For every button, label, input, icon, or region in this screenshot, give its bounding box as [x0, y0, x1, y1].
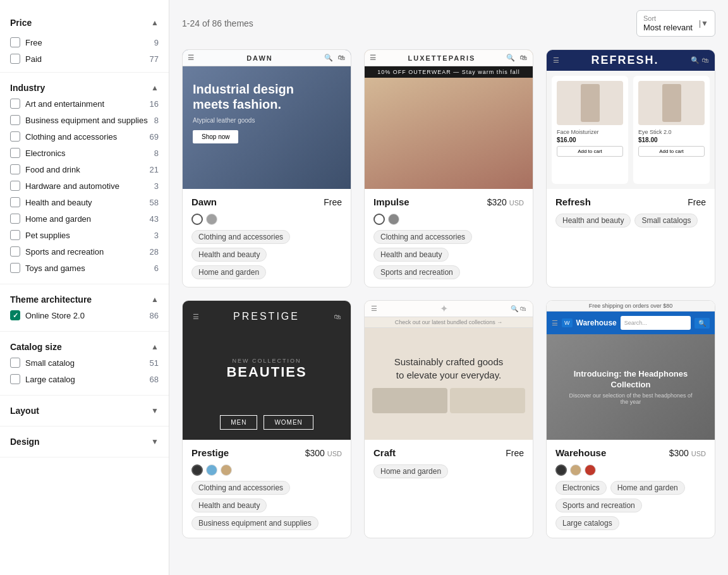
filter-checkbox[interactable] [10, 37, 20, 47]
filter-checkbox[interactable] [10, 197, 20, 207]
color-swatch[interactable] [388, 214, 399, 225]
theme-tag[interactable]: Large catalogs [555, 516, 619, 530]
filter-item[interactable]: Clothing and accessories69 [10, 128, 159, 145]
theme-tag[interactable]: Business equipment and supplies [191, 516, 318, 530]
color-swatch[interactable] [206, 214, 217, 225]
theme-tag[interactable]: Health and beauty [555, 214, 631, 227]
theme-tag[interactable]: Health and beauty [373, 248, 449, 262]
theme-tag[interactable]: Clothing and accessories [191, 481, 290, 495]
color-swatch[interactable] [373, 214, 385, 225]
theme-tags: Clothing and accessoriesHealth and beaut… [373, 230, 524, 279]
theme-card[interactable]: ☰✦🔍 🛍Check out our latest bundled collec… [364, 300, 533, 538]
price-title: Price [10, 18, 32, 28]
theme-tag[interactable]: Health and beauty [191, 499, 267, 512]
filter-checkbox[interactable] [10, 164, 20, 174]
filter-item[interactable]: Pet supplies3 [10, 227, 159, 243]
filter-item[interactable]: Free9 [10, 34, 159, 51]
filter-item[interactable]: Paid77 [10, 51, 159, 67]
theme-card[interactable]: ☰REFRESH.🔍 🛍Face Moisturizer$16.00Add to… [546, 49, 715, 288]
sort-dropdown[interactable]: Sort Most relevant |▼ [636, 10, 715, 37]
design-header[interactable]: Design ▼ [10, 434, 159, 449]
theme-price: $320 USD [487, 197, 524, 207]
color-swatch[interactable] [191, 464, 203, 476]
filter-checkbox[interactable] [10, 246, 20, 257]
filter-count: 3 [154, 181, 159, 191]
filter-item[interactable]: Toys and games6 [10, 260, 159, 276]
theme-tag[interactable]: Home and garden [373, 464, 448, 478]
filter-checkbox[interactable] [10, 115, 20, 125]
price-usd: USD [691, 450, 706, 457]
theme-tag[interactable]: Small catalogs [634, 214, 698, 227]
theme-tag[interactable]: Health and beauty [191, 248, 267, 262]
theme-tag[interactable]: Clothing and accessories [191, 230, 290, 244]
filter-item[interactable]: Electronics8 [10, 145, 159, 161]
color-swatch[interactable] [585, 464, 596, 476]
theme-tag[interactable]: Sports and recreation [555, 499, 642, 512]
color-swatch[interactable] [570, 464, 581, 476]
filter-count: 3 [154, 231, 159, 240]
filter-item[interactable]: Business equipment and supplies8 [10, 112, 159, 128]
theme-info: RefreshFreeHealth and beautySmall catalo… [547, 189, 715, 235]
filter-item[interactable]: Large catalog68 [10, 371, 159, 387]
theme-tag[interactable]: Clothing and accessories [373, 230, 472, 244]
theme-tags: Health and beautySmall catalogs [555, 214, 706, 227]
theme-card[interactable]: ☰PRESTIGE🛍NEW COLLECTIONBEAUTIESMENWOMEN… [182, 300, 351, 538]
filter-checkbox[interactable] [10, 99, 20, 109]
filter-label: Pet supplies [25, 231, 70, 240]
filter-checkbox[interactable] [10, 230, 20, 240]
filter-checkbox[interactable] [10, 263, 20, 273]
sort-value: Most relevant [643, 23, 693, 32]
theme-tag[interactable]: Home and garden [191, 265, 266, 279]
color-swatch[interactable] [555, 464, 567, 476]
filter-count: 6 [154, 263, 159, 273]
theme-card[interactable]: ☰LUXETTEPARIS🔍 🛍10% OFF OUTERWEAR — Stay… [364, 49, 533, 288]
price-section-header[interactable]: Price ▲ [10, 18, 159, 28]
theme-arch-title: Theme architecture [10, 294, 92, 305]
theme-preview: ☰REFRESH.🔍 🛍Face Moisturizer$16.00Add to… [547, 50, 715, 189]
filter-checkbox[interactable] [10, 358, 20, 368]
filter-checkbox[interactable] [10, 310, 20, 320]
filter-label: Large catalog [25, 375, 75, 384]
filter-checkbox[interactable] [10, 374, 20, 384]
filter-count: 16 [150, 99, 159, 109]
sidebar: Price ▲ Free9Paid77 Industry ▲ Art and e… [0, 0, 169, 575]
filter-item[interactable]: Hardware and automotive3 [10, 178, 159, 194]
filter-item[interactable]: Art and entertainment16 [10, 95, 159, 112]
filter-label: Electronics [25, 148, 66, 158]
industry-section: Industry ▲ Art and entertainment16Busine… [0, 73, 169, 284]
filter-checkbox[interactable] [10, 54, 20, 64]
theme-card[interactable]: ☰DAWN🔍 🛍Industrial designmeets fashion.A… [182, 49, 351, 288]
filter-checkbox[interactable] [10, 214, 20, 224]
filter-item[interactable]: Health and beauty58 [10, 194, 159, 210]
filter-count: 69 [150, 132, 159, 142]
theme-arch-header[interactable]: Theme architecture ▲ [10, 292, 159, 307]
layout-header[interactable]: Layout ▼ [10, 403, 159, 418]
filter-item[interactable]: Food and drink21 [10, 161, 159, 178]
theme-tags: Clothing and accessoriesHealth and beaut… [191, 481, 342, 530]
theme-preview: ☰✦🔍 🛍Check out our latest bundled collec… [365, 301, 533, 440]
filter-label: Online Store 2.0 [25, 311, 85, 320]
layout-section: Layout ▼ [0, 396, 169, 427]
filter-item[interactable]: Online Store 2.086 [10, 307, 159, 324]
filter-checkbox[interactable] [10, 181, 20, 191]
theme-card[interactable]: Free shipping on orders over $80☰WWareho… [546, 300, 715, 538]
filter-item[interactable]: Small catalog51 [10, 354, 159, 371]
theme-info: DawnFreeClothing and accessoriesHealth a… [183, 189, 351, 287]
theme-tag[interactable]: Electronics [555, 481, 607, 495]
industry-header[interactable]: Industry ▲ [10, 80, 159, 95]
filter-checkbox[interactable] [10, 148, 20, 158]
theme-tag[interactable]: Sports and recreation [373, 265, 460, 279]
theme-arch-chevron-icon: ▲ [151, 295, 159, 304]
filter-label: Health and beauty [25, 198, 92, 207]
filter-checkbox[interactable] [10, 131, 20, 142]
filter-item[interactable]: Sports and recreation28 [10, 243, 159, 260]
color-swatch[interactable] [191, 214, 203, 225]
catalog-size-header[interactable]: Catalog size ▲ [10, 339, 159, 354]
design-chevron-icon: ▼ [151, 437, 159, 446]
price-usd: USD [509, 199, 524, 207]
filter-item[interactable]: Home and garden43 [10, 210, 159, 227]
color-swatch[interactable] [206, 464, 217, 476]
theme-tag[interactable]: Home and garden [610, 481, 685, 495]
theme-preview: ☰PRESTIGE🛍NEW COLLECTIONBEAUTIESMENWOMEN [183, 301, 351, 440]
color-swatch[interactable] [221, 464, 232, 476]
